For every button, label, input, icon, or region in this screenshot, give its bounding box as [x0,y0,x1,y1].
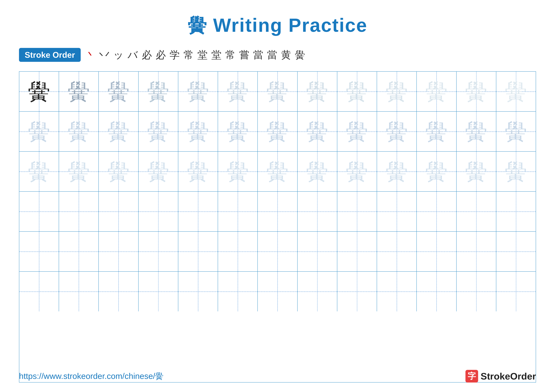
cell-char-1-4: 黌 [187,121,209,143]
grid-cell-5-3[interactable] [139,272,178,311]
grid-cell-1-8[interactable]: 黌 [337,112,377,151]
cell-char-0-11: 黌 [465,80,487,103]
grid-cell-2-1[interactable]: 黌 [59,152,99,191]
grid-cell-4-9[interactable] [377,232,417,271]
grid-cell-1-2[interactable]: 黌 [99,112,139,151]
grid-cell-3-10[interactable] [417,192,456,231]
footer: https://www.strokeorder.com/chinese/黌 字 … [19,370,536,383]
grid-cell-1-7[interactable]: 黌 [298,112,337,151]
vdash [39,272,39,311]
grid-cell-2-11[interactable]: 黌 [457,152,496,191]
grid-cell-2-7[interactable]: 黌 [298,152,337,191]
grid-row-4[interactable] [19,232,536,272]
page-title: 黌 Writing Practice [188,13,367,38]
grid-cell-1-1[interactable]: 黌 [59,112,99,151]
grid-cell-5-5[interactable] [218,272,258,311]
grid-cell-2-10[interactable]: 黌 [417,152,456,191]
grid-cell-4-8[interactable] [337,232,377,271]
cell-char-0-7: 黌 [306,80,328,103]
grid-cell-2-0[interactable]: 黌 [19,152,59,191]
grid-cell-1-5[interactable]: 黌 [218,112,258,151]
vdash [238,272,238,311]
grid-cell-2-12[interactable]: 黌 [496,152,536,191]
grid-cell-4-11[interactable] [457,232,496,271]
cell-char-2-4: 黌 [187,161,209,183]
grid-row-5[interactable] [19,272,536,311]
grid-cell-3-2[interactable] [99,192,139,231]
grid-cell-2-2[interactable]: 黌 [99,152,139,191]
grid-cell-1-6[interactable]: 黌 [258,112,297,151]
grid-cell-0-2[interactable]: 黌 [99,72,139,111]
grid-cell-0-3[interactable]: 黌 [139,72,178,111]
grid-cell-0-0[interactable]: 黌 [19,72,59,111]
grid-cell-3-0[interactable] [19,192,59,231]
grid-cell-0-8[interactable]: 黌 [337,72,377,111]
hdash [417,292,456,292]
grid-cell-4-12[interactable] [496,232,536,271]
grid-cell-2-5[interactable]: 黌 [218,152,258,191]
grid-cell-0-12[interactable]: 黌 [496,72,536,111]
grid-cell-4-3[interactable] [139,232,178,271]
vdash [397,192,397,231]
grid-cell-2-3[interactable]: 黌 [139,152,178,191]
grid-cell-4-10[interactable] [417,232,456,271]
stroke-order-badge: Stroke Order [19,48,81,62]
grid-cell-3-8[interactable] [337,192,377,231]
grid-cell-3-7[interactable] [298,192,337,231]
cell-char-0-10: 黌 [425,80,448,103]
hdash [99,252,138,252]
grid-cell-3-11[interactable] [457,192,496,231]
grid-cell-3-3[interactable] [139,192,178,231]
stroke-step-14: 黄 [281,48,291,62]
grid-cell-5-0[interactable] [19,272,59,311]
grid-cell-5-7[interactable] [298,272,337,311]
grid-cell-1-12[interactable]: 黌 [496,112,536,151]
grid-cell-5-12[interactable] [496,272,536,311]
grid-cell-4-7[interactable] [298,232,337,271]
grid-cell-5-9[interactable] [377,272,417,311]
grid-row-3[interactable] [19,192,536,232]
grid-cell-1-4[interactable]: 黌 [178,112,218,151]
grid-cell-1-10[interactable]: 黌 [417,112,456,151]
grid-cell-0-11[interactable]: 黌 [457,72,496,111]
grid-cell-1-3[interactable]: 黌 [139,112,178,151]
grid-cell-3-6[interactable] [258,192,297,231]
grid-cell-0-10[interactable]: 黌 [417,72,456,111]
grid-cell-4-2[interactable] [99,232,139,271]
grid-cell-2-6[interactable]: 黌 [258,152,297,191]
cell-char-0-6: 黌 [266,80,289,103]
grid-cell-3-1[interactable] [59,192,99,231]
grid-cell-3-5[interactable] [218,192,258,231]
grid-cell-1-11[interactable]: 黌 [457,112,496,151]
grid-cell-0-1[interactable]: 黌 [59,72,99,111]
grid-cell-5-10[interactable] [417,272,456,311]
grid-cell-5-11[interactable] [457,272,496,311]
grid-cell-1-0[interactable]: 黌 [19,112,59,151]
grid-cell-5-1[interactable] [59,272,99,311]
grid-cell-5-2[interactable] [99,272,139,311]
grid-cell-3-9[interactable] [377,192,417,231]
grid-cell-0-5[interactable]: 黌 [218,72,258,111]
hdash [496,252,536,252]
grid-cell-2-4[interactable]: 黌 [178,152,218,191]
grid-cell-5-8[interactable] [337,272,377,311]
grid-cell-4-6[interactable] [258,232,297,271]
grid-cell-0-7[interactable]: 黌 [298,72,337,111]
grid-cell-0-9[interactable]: 黌 [377,72,417,111]
grid-cell-4-4[interactable] [178,232,218,271]
grid-cell-4-0[interactable] [19,232,59,271]
grid-cell-2-9[interactable]: 黌 [377,152,417,191]
grid-cell-5-6[interactable] [258,272,297,311]
grid-cell-2-8[interactable]: 黌 [337,152,377,191]
cell-char-2-11: 黌 [465,161,487,183]
grid-cell-0-6[interactable]: 黌 [258,72,297,111]
grid-cell-4-5[interactable] [218,232,258,271]
vdash [158,192,159,231]
grid-cell-0-4[interactable]: 黌 [178,72,218,111]
hdash [19,252,59,252]
grid-cell-4-1[interactable] [59,232,99,271]
grid-cell-5-4[interactable] [178,272,218,311]
grid-cell-1-9[interactable]: 黌 [377,112,417,151]
grid-cell-3-4[interactable] [178,192,218,231]
grid-cell-3-12[interactable] [496,192,536,231]
